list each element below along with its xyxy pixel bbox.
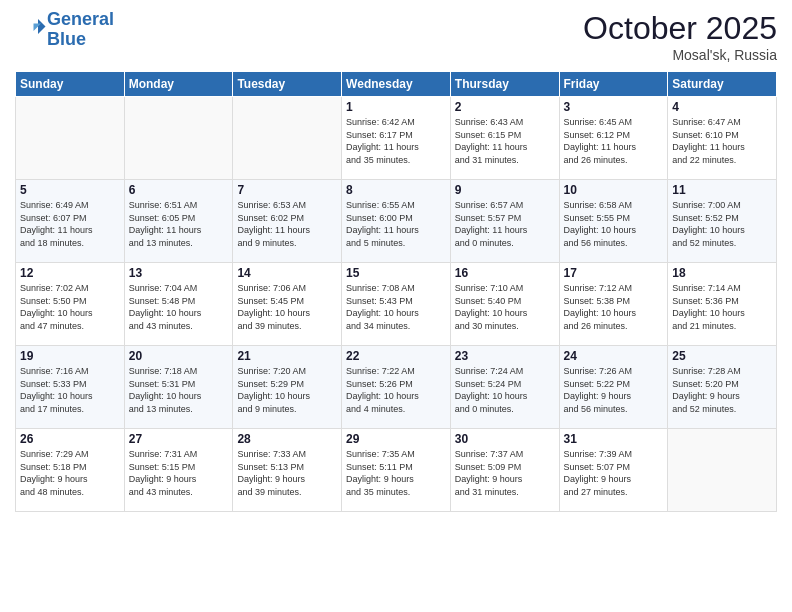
table-row: 19Sunrise: 7:16 AM Sunset: 5:33 PM Dayli… [16, 346, 125, 429]
title-block: October 2025 Mosal'sk, Russia [583, 10, 777, 63]
day-info: Sunrise: 6:45 AM Sunset: 6:12 PM Dayligh… [564, 116, 664, 166]
week-row-2: 5Sunrise: 6:49 AM Sunset: 6:07 PM Daylig… [16, 180, 777, 263]
table-row: 21Sunrise: 7:20 AM Sunset: 5:29 PM Dayli… [233, 346, 342, 429]
day-info: Sunrise: 7:33 AM Sunset: 5:13 PM Dayligh… [237, 448, 337, 498]
col-thursday: Thursday [450, 72, 559, 97]
day-number: 18 [672, 266, 772, 280]
day-number: 5 [20, 183, 120, 197]
day-number: 21 [237, 349, 337, 363]
day-info: Sunrise: 6:43 AM Sunset: 6:15 PM Dayligh… [455, 116, 555, 166]
day-info: Sunrise: 7:08 AM Sunset: 5:43 PM Dayligh… [346, 282, 446, 332]
day-info: Sunrise: 7:39 AM Sunset: 5:07 PM Dayligh… [564, 448, 664, 498]
day-info: Sunrise: 6:49 AM Sunset: 6:07 PM Dayligh… [20, 199, 120, 249]
day-number: 17 [564, 266, 664, 280]
day-info: Sunrise: 7:28 AM Sunset: 5:20 PM Dayligh… [672, 365, 772, 415]
day-number: 9 [455, 183, 555, 197]
week-row-3: 12Sunrise: 7:02 AM Sunset: 5:50 PM Dayli… [16, 263, 777, 346]
table-row: 23Sunrise: 7:24 AM Sunset: 5:24 PM Dayli… [450, 346, 559, 429]
svg-marker-0 [38, 19, 46, 34]
day-info: Sunrise: 6:58 AM Sunset: 5:55 PM Dayligh… [564, 199, 664, 249]
day-info: Sunrise: 7:12 AM Sunset: 5:38 PM Dayligh… [564, 282, 664, 332]
day-info: Sunrise: 7:29 AM Sunset: 5:18 PM Dayligh… [20, 448, 120, 498]
day-number: 28 [237, 432, 337, 446]
week-row-1: 1Sunrise: 6:42 AM Sunset: 6:17 PM Daylig… [16, 97, 777, 180]
week-row-5: 26Sunrise: 7:29 AM Sunset: 5:18 PM Dayli… [16, 429, 777, 512]
day-info: Sunrise: 7:26 AM Sunset: 5:22 PM Dayligh… [564, 365, 664, 415]
table-row: 7Sunrise: 6:53 AM Sunset: 6:02 PM Daylig… [233, 180, 342, 263]
day-number: 12 [20, 266, 120, 280]
table-row [668, 429, 777, 512]
table-row: 6Sunrise: 6:51 AM Sunset: 6:05 PM Daylig… [124, 180, 233, 263]
col-sunday: Sunday [16, 72, 125, 97]
table-row: 20Sunrise: 7:18 AM Sunset: 5:31 PM Dayli… [124, 346, 233, 429]
calendar: Sunday Monday Tuesday Wednesday Thursday… [15, 71, 777, 512]
day-number: 27 [129, 432, 229, 446]
day-number: 7 [237, 183, 337, 197]
table-row: 31Sunrise: 7:39 AM Sunset: 5:07 PM Dayli… [559, 429, 668, 512]
table-row: 9Sunrise: 6:57 AM Sunset: 5:57 PM Daylig… [450, 180, 559, 263]
table-row: 27Sunrise: 7:31 AM Sunset: 5:15 PM Dayli… [124, 429, 233, 512]
col-tuesday: Tuesday [233, 72, 342, 97]
day-number: 22 [346, 349, 446, 363]
day-number: 11 [672, 183, 772, 197]
table-row: 4Sunrise: 6:47 AM Sunset: 6:10 PM Daylig… [668, 97, 777, 180]
table-row: 26Sunrise: 7:29 AM Sunset: 5:18 PM Dayli… [16, 429, 125, 512]
day-info: Sunrise: 7:14 AM Sunset: 5:36 PM Dayligh… [672, 282, 772, 332]
table-row: 25Sunrise: 7:28 AM Sunset: 5:20 PM Dayli… [668, 346, 777, 429]
day-info: Sunrise: 6:47 AM Sunset: 6:10 PM Dayligh… [672, 116, 772, 166]
day-info: Sunrise: 6:53 AM Sunset: 6:02 PM Dayligh… [237, 199, 337, 249]
header: General Blue October 2025 Mosal'sk, Russ… [15, 10, 777, 63]
day-number: 25 [672, 349, 772, 363]
day-info: Sunrise: 7:16 AM Sunset: 5:33 PM Dayligh… [20, 365, 120, 415]
table-row: 11Sunrise: 7:00 AM Sunset: 5:52 PM Dayli… [668, 180, 777, 263]
table-row: 1Sunrise: 6:42 AM Sunset: 6:17 PM Daylig… [342, 97, 451, 180]
table-row: 15Sunrise: 7:08 AM Sunset: 5:43 PM Dayli… [342, 263, 451, 346]
table-row: 14Sunrise: 7:06 AM Sunset: 5:45 PM Dayli… [233, 263, 342, 346]
table-row: 8Sunrise: 6:55 AM Sunset: 6:00 PM Daylig… [342, 180, 451, 263]
day-info: Sunrise: 6:51 AM Sunset: 6:05 PM Dayligh… [129, 199, 229, 249]
day-info: Sunrise: 7:18 AM Sunset: 5:31 PM Dayligh… [129, 365, 229, 415]
day-number: 15 [346, 266, 446, 280]
day-info: Sunrise: 7:06 AM Sunset: 5:45 PM Dayligh… [237, 282, 337, 332]
table-row: 30Sunrise: 7:37 AM Sunset: 5:09 PM Dayli… [450, 429, 559, 512]
table-row: 10Sunrise: 6:58 AM Sunset: 5:55 PM Dayli… [559, 180, 668, 263]
logo: General Blue [15, 10, 114, 50]
header-row: Sunday Monday Tuesday Wednesday Thursday… [16, 72, 777, 97]
table-row: 13Sunrise: 7:04 AM Sunset: 5:48 PM Dayli… [124, 263, 233, 346]
table-row: 29Sunrise: 7:35 AM Sunset: 5:11 PM Dayli… [342, 429, 451, 512]
day-info: Sunrise: 7:10 AM Sunset: 5:40 PM Dayligh… [455, 282, 555, 332]
day-info: Sunrise: 7:35 AM Sunset: 5:11 PM Dayligh… [346, 448, 446, 498]
day-number: 30 [455, 432, 555, 446]
table-row: 22Sunrise: 7:22 AM Sunset: 5:26 PM Dayli… [342, 346, 451, 429]
table-row: 3Sunrise: 6:45 AM Sunset: 6:12 PM Daylig… [559, 97, 668, 180]
table-row: 18Sunrise: 7:14 AM Sunset: 5:36 PM Dayli… [668, 263, 777, 346]
col-friday: Friday [559, 72, 668, 97]
day-info: Sunrise: 7:02 AM Sunset: 5:50 PM Dayligh… [20, 282, 120, 332]
day-info: Sunrise: 7:20 AM Sunset: 5:29 PM Dayligh… [237, 365, 337, 415]
day-number: 19 [20, 349, 120, 363]
day-number: 4 [672, 100, 772, 114]
table-row [16, 97, 125, 180]
day-info: Sunrise: 7:00 AM Sunset: 5:52 PM Dayligh… [672, 199, 772, 249]
day-number: 26 [20, 432, 120, 446]
day-info: Sunrise: 7:31 AM Sunset: 5:15 PM Dayligh… [129, 448, 229, 498]
day-number: 20 [129, 349, 229, 363]
day-number: 3 [564, 100, 664, 114]
day-number: 10 [564, 183, 664, 197]
month-title: October 2025 [583, 10, 777, 47]
day-number: 31 [564, 432, 664, 446]
day-number: 13 [129, 266, 229, 280]
col-monday: Monday [124, 72, 233, 97]
subtitle: Mosal'sk, Russia [583, 47, 777, 63]
table-row: 12Sunrise: 7:02 AM Sunset: 5:50 PM Dayli… [16, 263, 125, 346]
table-row [233, 97, 342, 180]
day-info: Sunrise: 6:55 AM Sunset: 6:00 PM Dayligh… [346, 199, 446, 249]
logo-text: General Blue [47, 10, 114, 50]
day-number: 23 [455, 349, 555, 363]
day-info: Sunrise: 6:57 AM Sunset: 5:57 PM Dayligh… [455, 199, 555, 249]
col-saturday: Saturday [668, 72, 777, 97]
table-row: 2Sunrise: 6:43 AM Sunset: 6:15 PM Daylig… [450, 97, 559, 180]
day-number: 14 [237, 266, 337, 280]
table-row: 24Sunrise: 7:26 AM Sunset: 5:22 PM Dayli… [559, 346, 668, 429]
day-number: 2 [455, 100, 555, 114]
